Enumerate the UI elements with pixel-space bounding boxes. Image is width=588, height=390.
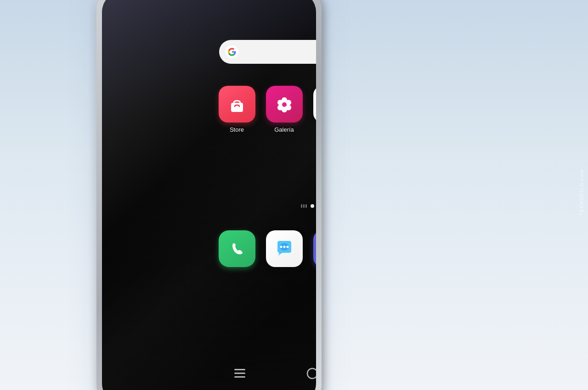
messages-icon-svg <box>274 238 295 259</box>
navigation-bar <box>204 362 316 388</box>
dot-bar-1 <box>301 204 302 208</box>
svg-rect-33 <box>234 369 245 370</box>
svg-point-13 <box>282 102 287 107</box>
watermark: TEKNOFILO.com <box>579 169 584 216</box>
page-dot-bars <box>301 204 307 208</box>
page-indicators <box>204 204 316 208</box>
messages-icon <box>266 230 303 267</box>
internet-app[interactable] <box>311 230 316 267</box>
home-icon <box>306 368 316 379</box>
recent-apps-button[interactable] <box>225 365 254 384</box>
gallery-label: Galería <box>274 126 294 133</box>
svg-point-20 <box>280 246 282 248</box>
phone-icon-svg <box>228 240 246 258</box>
store-icon <box>219 86 255 123</box>
dot-bar-3 <box>305 204 307 208</box>
messages-app[interactable] <box>263 230 305 267</box>
app-grid-top: Store Galería <box>216 86 316 133</box>
svg-rect-35 <box>234 376 245 378</box>
dot-bar-2 <box>303 204 305 208</box>
google-search-bar[interactable] <box>219 40 316 64</box>
playstore-app[interactable]: 1 Play Store <box>311 86 316 133</box>
store-app[interactable]: Store <box>216 86 258 133</box>
gallery-icon <box>266 86 303 123</box>
gallery-app[interactable]: Galería <box>263 86 305 133</box>
svg-point-21 <box>283 246 285 248</box>
internet-icon <box>313 230 317 267</box>
page-dot-1[interactable] <box>311 204 314 208</box>
phone-app[interactable] <box>216 230 258 267</box>
svg-rect-36 <box>307 368 316 379</box>
phone-icon <box>219 230 255 267</box>
svg-point-22 <box>286 246 288 248</box>
svg-rect-34 <box>234 373 245 374</box>
google-g-logo <box>226 45 238 58</box>
phone-screen: Store Galería <box>102 0 316 390</box>
home-button[interactable] <box>297 364 316 386</box>
store-icon-svg <box>226 94 248 115</box>
recent-apps-icon <box>234 369 245 378</box>
app-grid-bottom <box>216 230 316 267</box>
svg-rect-5 <box>231 103 243 112</box>
playstore-icon: 1 <box>313 86 317 123</box>
store-label: Store <box>230 126 244 133</box>
gallery-icon-svg <box>274 94 295 115</box>
